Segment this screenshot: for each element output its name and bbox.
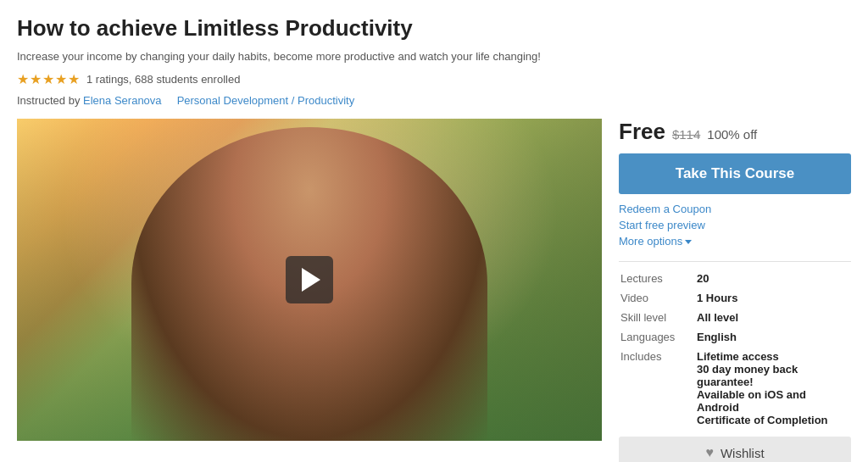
lectures-value: 20 — [695, 269, 851, 288]
play-button[interactable] — [286, 256, 333, 303]
chevron-down-icon — [685, 240, 692, 244]
languages-label: Languages — [619, 327, 695, 347]
table-row-languages: Languages English — [619, 327, 851, 347]
star-3: ★ — [42, 71, 54, 87]
instructed-by-label: Instructed by — [17, 94, 80, 107]
ratings-row: ★ ★ ★ ★ ★ 1 ratings, 688 students enroll… — [17, 71, 851, 87]
details-table: Lectures 20 Video 1 Hours Skill level Al… — [619, 269, 851, 430]
video-label: Video — [619, 288, 695, 308]
price-original: $114 — [672, 127, 700, 142]
instructor-row: Instructed by Elena Seranova Personal De… — [17, 94, 851, 107]
video-container[interactable] — [17, 119, 602, 441]
star-2: ★ — [30, 71, 42, 87]
star-4: ★ — [55, 71, 67, 87]
redeem-coupon-link[interactable]: Redeem a Coupon — [619, 203, 851, 215]
skill-value: All level — [695, 308, 851, 327]
course-subtitle: Increase your income by changing your da… — [17, 50, 851, 63]
more-options-row[interactable]: More options — [619, 235, 851, 248]
instructor-link[interactable]: Elena Seranova — [83, 94, 162, 107]
ratings-text: 1 ratings, 688 students enrolled — [86, 73, 240, 86]
star-rating: ★ ★ ★ ★ ★ — [17, 71, 80, 87]
price-row: Free $114 100% off — [619, 119, 851, 145]
page-wrapper: How to achieve Limitless Productivity In… — [0, 0, 868, 462]
take-course-button[interactable]: Take This Course — [619, 153, 851, 194]
heart-icon: ♥ — [705, 445, 714, 460]
video-value: 1 Hours — [695, 288, 851, 308]
lectures-label: Lectures — [619, 269, 695, 288]
content-area: Free $114 100% off Take This Course Rede… — [17, 119, 851, 462]
wishlist-label: Wishlist — [721, 446, 765, 460]
skill-label: Skill level — [619, 308, 695, 327]
includes-label: Includes — [619, 347, 695, 430]
star-1: ★ — [17, 71, 29, 87]
star-5: ★ — [68, 71, 80, 87]
price-discount: 100% off — [707, 127, 757, 142]
link-row: Redeem a Coupon Start free preview More … — [619, 203, 851, 248]
table-row-skill: Skill level All level — [619, 308, 851, 327]
sidebar: Free $114 100% off Take This Course Rede… — [619, 119, 851, 462]
includes-value: Lifetime access 30 day money back guaran… — [695, 347, 851, 430]
table-row-video: Video 1 Hours — [619, 288, 851, 308]
play-icon — [302, 268, 320, 292]
more-options-link[interactable]: More options — [619, 235, 682, 248]
divider — [619, 261, 851, 262]
price-free: Free — [619, 119, 665, 145]
table-row-includes: Includes Lifetime access 30 day money ba… — [619, 347, 851, 430]
start-preview-link[interactable]: Start free preview — [619, 219, 851, 231]
table-row-lectures: Lectures 20 — [619, 269, 851, 288]
wishlist-button[interactable]: ♥ Wishlist — [619, 437, 851, 462]
languages-value: English — [695, 327, 851, 347]
course-title: How to achieve Limitless Productivity — [17, 15, 851, 42]
category-link[interactable]: Personal Development / Productivity — [177, 94, 355, 107]
